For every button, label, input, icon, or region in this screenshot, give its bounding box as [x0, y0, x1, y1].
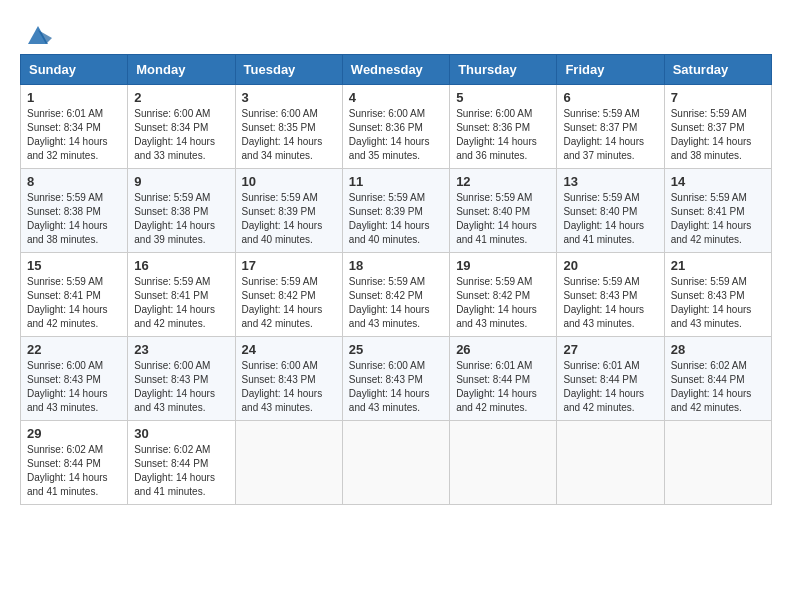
table-row: 17Sunrise: 5:59 AMSunset: 8:42 PMDayligh…	[235, 253, 342, 337]
col-tuesday: Tuesday	[235, 55, 342, 85]
cell-info: Sunrise: 6:00 AMSunset: 8:43 PMDaylight:…	[349, 359, 443, 415]
calendar-week-row: 1Sunrise: 6:01 AMSunset: 8:34 PMDaylight…	[21, 85, 772, 169]
day-number: 10	[242, 174, 336, 189]
table-row: 7Sunrise: 5:59 AMSunset: 8:37 PMDaylight…	[664, 85, 771, 169]
calendar-week-row: 8Sunrise: 5:59 AMSunset: 8:38 PMDaylight…	[21, 169, 772, 253]
table-row: 22Sunrise: 6:00 AMSunset: 8:43 PMDayligh…	[21, 337, 128, 421]
col-sunday: Sunday	[21, 55, 128, 85]
cell-info: Sunrise: 5:59 AMSunset: 8:40 PMDaylight:…	[563, 191, 657, 247]
cell-info: Sunrise: 5:59 AMSunset: 8:42 PMDaylight:…	[242, 275, 336, 331]
col-friday: Friday	[557, 55, 664, 85]
table-row	[235, 421, 342, 505]
table-row: 18Sunrise: 5:59 AMSunset: 8:42 PMDayligh…	[342, 253, 449, 337]
table-row: 5Sunrise: 6:00 AMSunset: 8:36 PMDaylight…	[450, 85, 557, 169]
table-row: 23Sunrise: 6:00 AMSunset: 8:43 PMDayligh…	[128, 337, 235, 421]
day-number: 26	[456, 342, 550, 357]
table-row: 29Sunrise: 6:02 AMSunset: 8:44 PMDayligh…	[21, 421, 128, 505]
table-row: 2Sunrise: 6:00 AMSunset: 8:34 PMDaylight…	[128, 85, 235, 169]
day-number: 17	[242, 258, 336, 273]
day-number: 13	[563, 174, 657, 189]
calendar-week-row: 29Sunrise: 6:02 AMSunset: 8:44 PMDayligh…	[21, 421, 772, 505]
cell-info: Sunrise: 6:00 AMSunset: 8:43 PMDaylight:…	[134, 359, 228, 415]
table-row: 26Sunrise: 6:01 AMSunset: 8:44 PMDayligh…	[450, 337, 557, 421]
day-number: 8	[27, 174, 121, 189]
day-number: 6	[563, 90, 657, 105]
day-number: 30	[134, 426, 228, 441]
cell-info: Sunrise: 6:00 AMSunset: 8:35 PMDaylight:…	[242, 107, 336, 163]
cell-info: Sunrise: 5:59 AMSunset: 8:41 PMDaylight:…	[671, 191, 765, 247]
table-row: 25Sunrise: 6:00 AMSunset: 8:43 PMDayligh…	[342, 337, 449, 421]
cell-info: Sunrise: 5:59 AMSunset: 8:42 PMDaylight:…	[456, 275, 550, 331]
cell-info: Sunrise: 6:01 AMSunset: 8:44 PMDaylight:…	[456, 359, 550, 415]
table-row: 1Sunrise: 6:01 AMSunset: 8:34 PMDaylight…	[21, 85, 128, 169]
day-number: 24	[242, 342, 336, 357]
day-number: 4	[349, 90, 443, 105]
cell-info: Sunrise: 5:59 AMSunset: 8:38 PMDaylight:…	[134, 191, 228, 247]
cell-info: Sunrise: 5:59 AMSunset: 8:42 PMDaylight:…	[349, 275, 443, 331]
table-row: 9Sunrise: 5:59 AMSunset: 8:38 PMDaylight…	[128, 169, 235, 253]
cell-info: Sunrise: 5:59 AMSunset: 8:37 PMDaylight:…	[563, 107, 657, 163]
day-number: 14	[671, 174, 765, 189]
cell-info: Sunrise: 5:59 AMSunset: 8:43 PMDaylight:…	[671, 275, 765, 331]
cell-info: Sunrise: 6:02 AMSunset: 8:44 PMDaylight:…	[27, 443, 121, 499]
day-number: 12	[456, 174, 550, 189]
day-number: 23	[134, 342, 228, 357]
cell-info: Sunrise: 6:00 AMSunset: 8:43 PMDaylight:…	[27, 359, 121, 415]
cell-info: Sunrise: 6:00 AMSunset: 8:36 PMDaylight:…	[349, 107, 443, 163]
table-row: 16Sunrise: 5:59 AMSunset: 8:41 PMDayligh…	[128, 253, 235, 337]
cell-info: Sunrise: 6:02 AMSunset: 8:44 PMDaylight:…	[134, 443, 228, 499]
day-number: 21	[671, 258, 765, 273]
day-number: 18	[349, 258, 443, 273]
day-number: 25	[349, 342, 443, 357]
day-number: 20	[563, 258, 657, 273]
calendar-header-row: Sunday Monday Tuesday Wednesday Thursday…	[21, 55, 772, 85]
day-number: 9	[134, 174, 228, 189]
day-number: 22	[27, 342, 121, 357]
table-row: 15Sunrise: 5:59 AMSunset: 8:41 PMDayligh…	[21, 253, 128, 337]
table-row: 21Sunrise: 5:59 AMSunset: 8:43 PMDayligh…	[664, 253, 771, 337]
logo-icon	[24, 20, 52, 48]
table-row: 30Sunrise: 6:02 AMSunset: 8:44 PMDayligh…	[128, 421, 235, 505]
table-row: 14Sunrise: 5:59 AMSunset: 8:41 PMDayligh…	[664, 169, 771, 253]
day-number: 27	[563, 342, 657, 357]
day-number: 15	[27, 258, 121, 273]
cell-info: Sunrise: 6:02 AMSunset: 8:44 PMDaylight:…	[671, 359, 765, 415]
calendar-week-row: 15Sunrise: 5:59 AMSunset: 8:41 PMDayligh…	[21, 253, 772, 337]
table-row: 24Sunrise: 6:00 AMSunset: 8:43 PMDayligh…	[235, 337, 342, 421]
table-row: 12Sunrise: 5:59 AMSunset: 8:40 PMDayligh…	[450, 169, 557, 253]
table-row: 28Sunrise: 6:02 AMSunset: 8:44 PMDayligh…	[664, 337, 771, 421]
table-row: 6Sunrise: 5:59 AMSunset: 8:37 PMDaylight…	[557, 85, 664, 169]
day-number: 2	[134, 90, 228, 105]
col-saturday: Saturday	[664, 55, 771, 85]
cell-info: Sunrise: 6:01 AMSunset: 8:34 PMDaylight:…	[27, 107, 121, 163]
day-number: 19	[456, 258, 550, 273]
cell-info: Sunrise: 5:59 AMSunset: 8:37 PMDaylight:…	[671, 107, 765, 163]
logo	[20, 20, 52, 44]
cell-info: Sunrise: 5:59 AMSunset: 8:41 PMDaylight:…	[134, 275, 228, 331]
day-number: 3	[242, 90, 336, 105]
table-row: 20Sunrise: 5:59 AMSunset: 8:43 PMDayligh…	[557, 253, 664, 337]
table-row	[342, 421, 449, 505]
cell-info: Sunrise: 5:59 AMSunset: 8:39 PMDaylight:…	[242, 191, 336, 247]
table-row: 19Sunrise: 5:59 AMSunset: 8:42 PMDayligh…	[450, 253, 557, 337]
page-header	[20, 20, 772, 44]
table-row	[664, 421, 771, 505]
table-row	[450, 421, 557, 505]
table-row: 8Sunrise: 5:59 AMSunset: 8:38 PMDaylight…	[21, 169, 128, 253]
table-row: 4Sunrise: 6:00 AMSunset: 8:36 PMDaylight…	[342, 85, 449, 169]
cell-info: Sunrise: 5:59 AMSunset: 8:38 PMDaylight:…	[27, 191, 121, 247]
col-wednesday: Wednesday	[342, 55, 449, 85]
day-number: 29	[27, 426, 121, 441]
cell-info: Sunrise: 6:00 AMSunset: 8:34 PMDaylight:…	[134, 107, 228, 163]
calendar-table: Sunday Monday Tuesday Wednesday Thursday…	[20, 54, 772, 505]
table-row: 11Sunrise: 5:59 AMSunset: 8:39 PMDayligh…	[342, 169, 449, 253]
table-row	[557, 421, 664, 505]
table-row: 10Sunrise: 5:59 AMSunset: 8:39 PMDayligh…	[235, 169, 342, 253]
col-thursday: Thursday	[450, 55, 557, 85]
cell-info: Sunrise: 6:00 AMSunset: 8:36 PMDaylight:…	[456, 107, 550, 163]
day-number: 16	[134, 258, 228, 273]
col-monday: Monday	[128, 55, 235, 85]
cell-info: Sunrise: 6:01 AMSunset: 8:44 PMDaylight:…	[563, 359, 657, 415]
cell-info: Sunrise: 6:00 AMSunset: 8:43 PMDaylight:…	[242, 359, 336, 415]
table-row: 13Sunrise: 5:59 AMSunset: 8:40 PMDayligh…	[557, 169, 664, 253]
